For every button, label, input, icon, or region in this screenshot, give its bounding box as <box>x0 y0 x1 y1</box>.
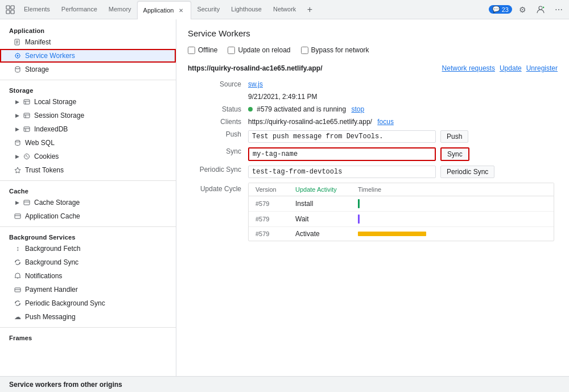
uc-version-install: #579 <box>253 199 293 209</box>
application-cache-icon <box>14 213 22 220</box>
add-tab-button[interactable]: + <box>302 2 318 18</box>
periodic-sync-label: Periodic Sync <box>188 163 245 180</box>
sidebar-item-storage[interactable]: Storage <box>0 63 176 76</box>
tab-network[interactable]: Network <box>267 0 302 19</box>
sidebar-item-cache-storage-label: Cache Storage <box>34 199 80 207</box>
status-value-cell: #579 activated and is running stop <box>245 103 558 115</box>
update-on-reload-checkbox-label[interactable]: Update on reload <box>228 46 290 54</box>
uc-header-activity: Update Activity <box>293 185 356 194</box>
sidebar-item-application-cache-label: Application Cache <box>25 212 80 220</box>
sidebar-item-background-fetch[interactable]: ↕ Background Fetch <box>0 242 176 255</box>
sidebar-item-periodic-background-sync[interactable]: Periodic Background Sync <box>0 296 176 310</box>
push-label: Push <box>188 128 245 145</box>
sidebar-item-periodic-background-sync-label: Periodic Background Sync <box>25 299 105 307</box>
sidebar-section-cache: Cache <box>0 184 176 196</box>
focus-link[interactable]: focus <box>377 118 394 126</box>
trust-tokens-icon <box>14 167 22 174</box>
offline-checkbox-label[interactable]: Offline <box>188 46 217 54</box>
sidebar-item-storage-label: Storage <box>25 65 49 73</box>
people-button[interactable] <box>533 2 549 18</box>
sidebar-item-service-workers[interactable]: Service Workers <box>0 49 176 63</box>
divider-2 <box>0 180 176 181</box>
sidebar-item-application-cache[interactable]: Application Cache <box>0 209 176 223</box>
sync-cell: Sync <box>245 145 558 163</box>
unregister-link[interactable]: Unregister <box>526 64 558 72</box>
sidebar-item-push-messaging[interactable]: ☁ Push Messaging <box>0 310 176 324</box>
sidebar-item-indexeddb-label: IndexedDB <box>34 125 68 133</box>
uc-row-activate: #579 Activate <box>249 227 554 241</box>
sidebar: Application Manifest Service Workers Sto… <box>0 19 176 376</box>
sidebar-section-frames: Frames <box>0 331 176 343</box>
expand-indexeddb[interactable]: ▶ <box>14 126 20 133</box>
svg-rect-1 <box>11 6 14 9</box>
source-row: Source sw.js <box>188 78 558 90</box>
sidebar-item-background-sync[interactable]: Background Sync <box>0 255 176 269</box>
svg-point-26 <box>15 141 20 142</box>
sidebar-item-trust-tokens[interactable]: Trust Tokens <box>0 163 176 177</box>
divider-1 <box>0 80 176 80</box>
expand-session-storage[interactable]: ▶ <box>14 112 20 119</box>
svg-rect-30 <box>24 200 30 205</box>
devtools-icon[interactable] <box>2 2 18 18</box>
content-area: Service Workers Offline Update on reload… <box>176 19 569 376</box>
bypass-for-network-checkbox-label[interactable]: Bypass for network <box>301 46 369 54</box>
sidebar-item-local-storage[interactable]: ▶ Local Storage <box>0 95 176 109</box>
settings-button[interactable]: ⚙ <box>514 2 530 18</box>
periodic-sync-input[interactable] <box>248 166 436 178</box>
sidebar-item-background-sync-label: Background Sync <box>25 258 79 266</box>
sidebar-item-notifications-label: Notifications <box>25 272 62 280</box>
uc-header: Version Update Activity Timeline <box>249 183 554 196</box>
divider-3 <box>0 226 176 227</box>
sidebar-item-notifications[interactable]: Notifications <box>0 269 176 283</box>
sync-button[interactable]: Sync <box>440 147 469 161</box>
sync-input[interactable] <box>248 147 436 161</box>
source-value-cell: sw.js <box>245 78 558 90</box>
tab-close-application[interactable]: ✕ <box>177 6 185 14</box>
svg-point-16 <box>15 67 20 69</box>
tab-security[interactable]: Security <box>191 0 225 19</box>
stop-link[interactable]: stop <box>351 105 364 113</box>
source-link[interactable]: sw.js <box>248 80 263 88</box>
sidebar-item-cookies[interactable]: ▶ Cookies <box>0 150 176 163</box>
push-button[interactable]: Push <box>440 130 468 143</box>
tab-elements[interactable]: Elements <box>18 0 56 19</box>
periodic-sync-button[interactable]: Periodic Sync <box>440 166 494 178</box>
sidebar-item-web-sql[interactable]: Web SQL <box>0 136 176 150</box>
expand-cookies[interactable]: ▶ <box>14 153 20 160</box>
issues-badge[interactable]: 💬 23 <box>489 5 512 14</box>
push-messaging-icon: ☁ <box>14 313 22 321</box>
uc-timeline-install <box>356 197 549 210</box>
more-button[interactable]: ⋯ <box>551 2 567 18</box>
network-requests-link[interactable]: Network requests <box>442 64 495 72</box>
svg-point-29 <box>27 156 28 158</box>
sidebar-item-cache-storage[interactable]: ▶ Cache Storage <box>0 196 176 209</box>
received-label <box>188 90 245 103</box>
sidebar-item-indexeddb[interactable]: ▶ IndexedDB <box>0 122 176 136</box>
tab-lighthouse[interactable]: Lighthouse <box>225 0 267 19</box>
update-link[interactable]: Update <box>500 64 522 72</box>
update-on-reload-label: Update on reload <box>238 46 290 54</box>
notifications-icon <box>14 273 22 279</box>
tab-memory[interactable]: Memory <box>103 0 137 19</box>
update-on-reload-checkbox[interactable] <box>228 47 235 54</box>
sidebar-item-cookies-label: Cookies <box>34 152 59 160</box>
sidebar-section-bg-services: Background Services <box>0 230 176 242</box>
expand-local-storage[interactable]: ▶ <box>14 98 20 105</box>
expand-cache-storage[interactable]: ▶ <box>14 199 20 206</box>
options-row: Offline Update on reload Bypass for netw… <box>188 46 558 54</box>
offline-checkbox[interactable] <box>188 47 195 54</box>
bypass-for-network-checkbox[interactable] <box>301 47 308 54</box>
sidebar-item-manifest[interactable]: Manifest <box>0 35 176 49</box>
status-row: Status #579 activated and is running sto… <box>188 103 558 115</box>
uc-row-wait: #579 Wait <box>249 212 554 227</box>
local-storage-icon <box>23 98 31 105</box>
tab-performance[interactable]: Performance <box>56 0 103 19</box>
clients-row: Clients https://quirky-rosalind-ac1e65.n… <box>188 115 558 128</box>
tab-application[interactable]: Application ✕ <box>137 1 192 19</box>
bypass-for-network-label: Bypass for network <box>311 46 369 54</box>
bottom-bar: Service workers from other origins <box>0 376 569 392</box>
sidebar-section-application: Application <box>0 24 176 35</box>
sidebar-item-session-storage[interactable]: ▶ Session Storage <box>0 109 176 122</box>
push-input[interactable] <box>248 130 436 143</box>
sidebar-item-payment-handler[interactable]: Payment Handler <box>0 283 176 296</box>
